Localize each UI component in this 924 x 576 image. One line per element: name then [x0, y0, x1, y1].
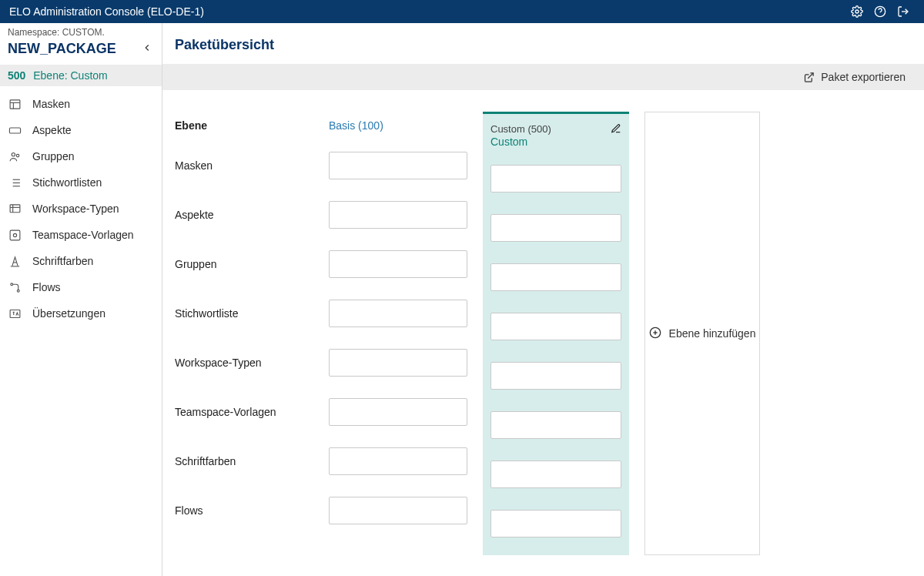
add-level-label: Ebene hinzufügen — [669, 327, 756, 340]
font-colors-icon — [8, 254, 22, 268]
translations-icon — [8, 306, 22, 320]
chevron-left-icon — [142, 42, 152, 53]
svg-point-25 — [17, 290, 19, 292]
custom-column-subtitle: Custom (500) — [490, 123, 606, 136]
svg-rect-17 — [10, 204, 20, 212]
svg-rect-7 — [9, 127, 20, 132]
svg-point-10 — [16, 154, 19, 157]
sidebar-item-label: Stichwortlisten — [32, 176, 102, 189]
namespace-label: Namespace: CUSTOM. — [0, 23, 162, 38]
app-title: ELO Administration Console (ELO-DE-1) — [9, 5, 845, 18]
flows-icon — [8, 280, 22, 294]
sidebar-item-masken[interactable]: Masken — [0, 91, 162, 117]
sidebar: Namespace: CUSTOM. NEW_PACKAGE 500 Ebene… — [0, 23, 162, 576]
keyword-lists-icon — [8, 176, 22, 189]
export-package-label: Paket exportieren — [821, 71, 906, 83]
level-code: 500 — [8, 69, 25, 82]
basis-cell[interactable] — [329, 497, 467, 524]
masks-icon — [8, 97, 22, 111]
edit-level-button[interactable] — [611, 123, 621, 136]
sidebar-item-workspace-typen[interactable]: Workspace-Typen — [0, 196, 162, 222]
svg-rect-26 — [10, 310, 20, 317]
row-label: Flows — [175, 497, 313, 524]
sidebar-item-label: Masken — [32, 98, 70, 110]
logout-button[interactable] — [892, 0, 915, 23]
sidebar-item-schriftfarben[interactable]: Schriftfarben — [0, 248, 162, 274]
add-level-button[interactable]: Ebene hinzufügen — [644, 112, 760, 555]
custom-cell[interactable] — [490, 165, 621, 193]
action-bar: Paket exportieren — [162, 64, 924, 90]
custom-cell[interactable] — [490, 510, 621, 537]
page-title: Paketübersicht — [162, 23, 924, 64]
workspace-types-icon — [8, 202, 22, 216]
sidebar-item-stichwortlisten[interactable]: Stichwortlisten — [0, 169, 162, 196]
basis-cell[interactable] — [329, 201, 467, 229]
sidebar-item-label: Aspekte — [32, 124, 72, 136]
basis-cell[interactable] — [329, 152, 467, 179]
basis-cell[interactable] — [329, 447, 467, 475]
svg-point-24 — [10, 283, 12, 285]
svg-rect-20 — [10, 230, 20, 240]
aspects-icon — [8, 123, 22, 137]
sidebar-item-flows[interactable]: Flows — [0, 274, 162, 300]
svg-point-21 — [13, 233, 16, 236]
sidebar-nav: MaskenAspekteGruppenStichwortlistenWorks… — [0, 86, 162, 331]
level-indicator: 500 Ebene: Custom — [0, 65, 162, 86]
plus-circle-icon — [649, 327, 661, 339]
row-label: Masken — [175, 152, 313, 179]
svg-rect-4 — [10, 99, 20, 108]
custom-cell[interactable] — [490, 263, 621, 291]
svg-point-0 — [855, 10, 859, 13]
rows-header: Ebene — [175, 112, 313, 152]
level-name: Ebene: Custom — [33, 69, 108, 82]
row-label: Schriftfarben — [175, 447, 313, 475]
custom-cell[interactable] — [490, 214, 621, 242]
sidebar-item-gruppen[interactable]: Gruppen — [0, 143, 162, 169]
package-name: NEW_PACKAGE — [8, 41, 142, 57]
custom-cell[interactable] — [490, 460, 621, 488]
sidebar-item-label: Übersetzungen — [32, 307, 105, 320]
sidebar-item-label: Gruppen — [32, 150, 74, 162]
basis-cell[interactable] — [329, 300, 467, 327]
sidebar-item-label: Schriftfarben — [32, 255, 93, 267]
row-label: Workspace-Typen — [175, 349, 313, 377]
basis-cell[interactable] — [329, 398, 467, 426]
sidebar-item-teamspace-vorlagen[interactable]: Teamspace-Vorlagen — [0, 222, 162, 248]
row-label: Aspekte — [175, 201, 313, 229]
row-label: Gruppen — [175, 250, 313, 278]
custom-cell[interactable] — [490, 313, 621, 340]
svg-line-27 — [808, 72, 814, 78]
custom-cell[interactable] — [490, 411, 621, 439]
teamspace-templates-icon — [8, 228, 22, 242]
svg-point-9 — [12, 152, 15, 156]
row-label: Stichwortliste — [175, 300, 313, 327]
settings-button[interactable] — [845, 0, 869, 23]
row-label: Teamspace-Vorlagen — [175, 398, 313, 426]
sidebar-item-aspekte[interactable]: Aspekte — [0, 117, 162, 143]
export-package-button[interactable]: Paket exportieren — [803, 71, 906, 83]
basis-cell[interactable] — [329, 349, 467, 377]
custom-cell[interactable] — [490, 362, 621, 390]
custom-level-column: Custom (500) Custom — [483, 112, 629, 555]
sidebar-item-label: Flows — [32, 281, 61, 293]
export-icon — [803, 72, 815, 83]
help-icon — [874, 5, 886, 18]
sidebar-item-label: Teamspace-Vorlagen — [32, 229, 134, 241]
help-button[interactable] — [869, 0, 892, 23]
pencil-icon — [611, 123, 621, 134]
collapse-sidebar-button[interactable] — [142, 42, 152, 55]
basis-column-header[interactable]: Basis (100) — [329, 112, 467, 152]
sidebar-item-label: Workspace-Typen — [32, 203, 119, 215]
logout-icon — [897, 5, 909, 18]
sidebar-item--bersetzungen[interactable]: Übersetzungen — [0, 300, 162, 327]
custom-column-name: Custom — [490, 136, 606, 149]
basis-cell[interactable] — [329, 250, 467, 278]
gear-icon — [851, 5, 863, 18]
groups-icon — [8, 149, 22, 163]
